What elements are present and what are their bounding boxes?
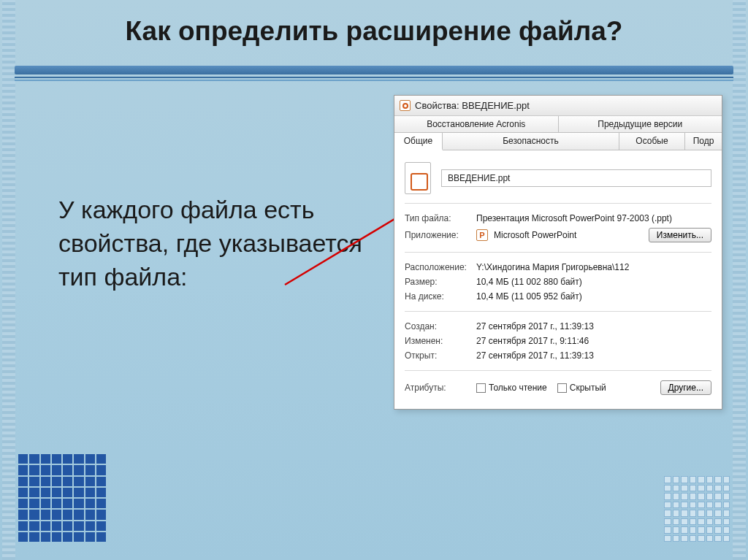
file-type-icon <box>405 162 431 194</box>
hidden-label: Скрытый <box>570 383 606 393</box>
value-application: Microsoft PowerPoint <box>494 230 576 240</box>
value-opened: 27 сентября 2017 г., 11:39:13 <box>476 350 711 361</box>
hidden-checkbox[interactable]: Скрытый <box>557 383 606 393</box>
dialog-title-text: Свойства: ВВЕДЕНИЕ.ppt <box>415 100 530 111</box>
powerpoint-icon <box>400 100 411 111</box>
slide-body-text: У каждого файла есть свойства, где указы… <box>58 193 380 294</box>
label-application: Приложение: <box>405 230 470 240</box>
tab-general[interactable]: Общие <box>394 133 443 150</box>
dialog-body: ВВЕДЕНИЕ.ppt Тип файла: Презентация Micr… <box>394 150 722 409</box>
decorative-stripe-right <box>733 0 746 560</box>
checkbox-icon <box>476 383 486 393</box>
powerpoint-app-icon: P <box>476 229 488 241</box>
decorative-grid-bottom-left <box>18 454 106 542</box>
value-created: 27 сентября 2017 г., 11:39:13 <box>476 321 711 331</box>
checkbox-icon <box>557 383 567 393</box>
label-location: Расположение: <box>405 262 470 272</box>
label-attributes: Атрибуты: <box>405 383 470 393</box>
tab-row-top: Восстановление Acronis Предыдущие версии <box>394 116 722 133</box>
label-modified: Изменен: <box>405 336 470 346</box>
label-opened: Открыт: <box>405 350 470 361</box>
slide-title: Как определить расширение файла? <box>44 16 704 47</box>
value-size: 10,4 МБ (11 002 880 байт) <box>476 277 711 287</box>
label-filetype: Тип файла: <box>405 213 470 223</box>
filename-field[interactable]: ВВЕДЕНИЕ.ppt <box>441 169 711 187</box>
tab-previous-versions[interactable]: Предыдущие версии <box>559 116 722 132</box>
tab-row-bottom: Общие Безопасность Особые Подр <box>394 133 722 150</box>
label-created: Создан: <box>405 321 470 331</box>
tab-details[interactable]: Подр <box>685 133 722 150</box>
value-filetype: Презентация Microsoft PowerPoint 97-2003… <box>476 213 711 223</box>
value-modified: 27 сентября 2017 г., 9:11:46 <box>476 336 711 346</box>
title-underline <box>15 66 733 81</box>
properties-dialog: Свойства: ВВЕДЕНИЕ.ppt Восстановление Ac… <box>394 95 722 410</box>
decorative-stripe-left <box>2 0 15 560</box>
label-ondisk: На диске: <box>405 291 470 302</box>
readonly-label: Только чтение <box>489 383 547 393</box>
decorative-grid-bottom-right <box>664 476 730 542</box>
value-ondisk: 10,4 МБ (11 005 952 байт) <box>476 291 711 302</box>
dialog-titlebar[interactable]: Свойства: ВВЕДЕНИЕ.ppt <box>394 96 722 116</box>
label-size: Размер: <box>405 277 470 287</box>
other-attributes-button[interactable]: Другие... <box>660 380 711 395</box>
tab-restore-acronis[interactable]: Восстановление Acronis <box>394 116 559 132</box>
tab-security[interactable]: Безопасность <box>443 133 619 150</box>
change-app-button[interactable]: Изменить... <box>649 228 711 242</box>
readonly-checkbox[interactable]: Только чтение <box>476 383 547 393</box>
value-location: Y:\Хиндогина Мария Григорьевна\112 <box>476 262 711 272</box>
tab-special[interactable]: Особые <box>619 133 685 150</box>
